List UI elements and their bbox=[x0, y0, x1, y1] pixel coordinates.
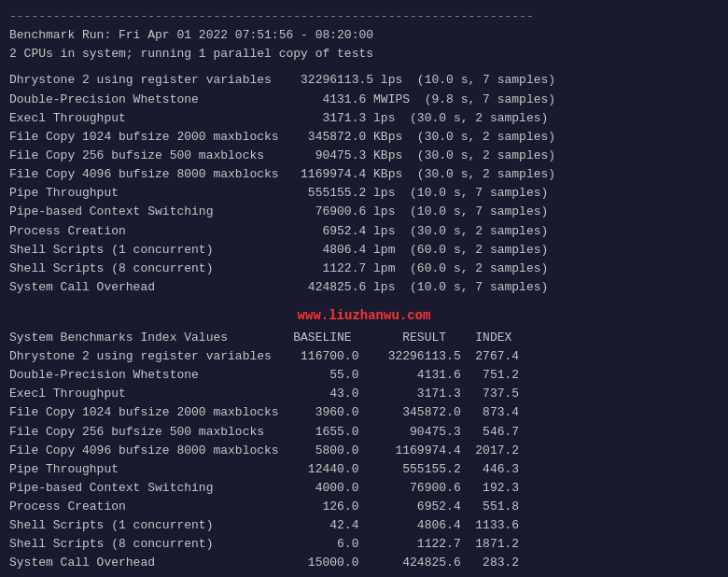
index-row: File Copy 256 bufsize 500 maxblocks 1655… bbox=[9, 423, 719, 442]
result-row: Shell Scripts (1 concurrent) 4806.4 lpm … bbox=[9, 241, 719, 260]
header-line1: Benchmark Run: Fri Apr 01 2022 07:51:56 … bbox=[9, 26, 719, 45]
index-header: System Benchmarks Index Values BASELINE … bbox=[9, 329, 719, 347]
result-row: File Copy 256 bufsize 500 maxblocks 9047… bbox=[9, 147, 719, 165]
watermark: www.liuzhanwu.com bbox=[9, 306, 719, 327]
index-row: File Copy 4096 bufsize 8000 maxblocks 58… bbox=[9, 442, 719, 460]
gap1 bbox=[9, 63, 719, 71]
index-row: File Copy 1024 bufsize 2000 maxblocks 39… bbox=[9, 403, 719, 422]
index-row: Execl Throughput 43.0 3171.3 737.5 bbox=[9, 385, 719, 403]
index-row: Double-Precision Whetstone 55.0 4131.6 7… bbox=[9, 366, 719, 385]
gap3 bbox=[9, 573, 719, 577]
result-row: Pipe Throughput 555155.2 lps (10.0 s, 7 … bbox=[9, 184, 719, 203]
benchmark-results: Dhrystone 2 using register variables 322… bbox=[9, 71, 719, 297]
result-row: Execl Throughput 3171.3 lps (30.0 s, 2 s… bbox=[9, 109, 719, 128]
index-row: Shell Scripts (8 concurrent) 6.0 1122.7 … bbox=[9, 535, 719, 554]
result-row: Pipe-based Context Switching 76900.6 lps… bbox=[9, 203, 719, 221]
index-row: Pipe-based Context Switching 4000.0 7690… bbox=[9, 479, 719, 498]
index-row: Pipe Throughput 12440.0 555155.2 446.3 bbox=[9, 460, 719, 479]
terminal-window: ----------------------------------------… bbox=[9, 7, 719, 577]
header-line2: 2 CPUs in system; running 1 parallel cop… bbox=[9, 45, 719, 63]
divider-top: ----------------------------------------… bbox=[9, 7, 719, 26]
result-row: System Call Overhead 424825.6 lps (10.0 … bbox=[9, 278, 719, 297]
index-row: Process Creation 126.0 6952.4 551.8 bbox=[9, 498, 719, 516]
result-row: Dhrystone 2 using register variables 322… bbox=[9, 71, 719, 90]
result-row: Process Creation 6952.4 lps (30.0 s, 2 s… bbox=[9, 222, 719, 241]
index-results: Dhrystone 2 using register variables 116… bbox=[9, 347, 719, 573]
index-row: Dhrystone 2 using register variables 116… bbox=[9, 347, 719, 366]
result-row: Double-Precision Whetstone 4131.6 MWIPS … bbox=[9, 91, 719, 109]
result-row: File Copy 1024 bufsize 2000 maxblocks 34… bbox=[9, 128, 719, 147]
result-row: File Copy 4096 bufsize 8000 maxblocks 11… bbox=[9, 165, 719, 184]
index-row: System Call Overhead 15000.0 424825.6 28… bbox=[9, 554, 719, 572]
index-row: Shell Scripts (1 concurrent) 42.4 4806.4… bbox=[9, 516, 719, 535]
gap2 bbox=[9, 297, 719, 304]
result-row: Shell Scripts (8 concurrent) 1122.7 lpm … bbox=[9, 260, 719, 278]
